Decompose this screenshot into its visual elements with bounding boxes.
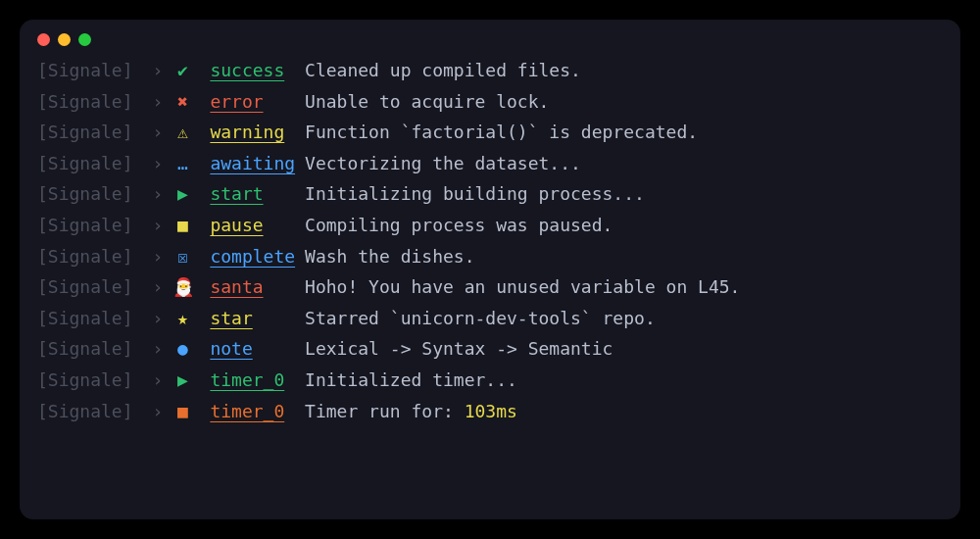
- chevron-icon: ›: [153, 183, 164, 205]
- chevron-icon: ›: [153, 60, 164, 81]
- chevron-icon: ›: [153, 338, 164, 360]
- log-message: Cleaned up compiled files.: [305, 60, 943, 81]
- log-message: Lexical -> Syntax -> Semantic: [305, 338, 943, 360]
- log-message-highlight: 103ms: [465, 401, 517, 421]
- stop-icon: ■: [172, 401, 192, 422]
- star-icon: ★: [172, 308, 192, 329]
- log-lines: [Signale]›✔successCleaned up compiled fi…: [37, 60, 943, 421]
- log-prefix: [Signale]: [37, 369, 133, 391]
- chevron-icon: ›: [153, 122, 164, 143]
- log-prefix: [Signale]: [37, 308, 133, 329]
- log-badge: timer_0: [210, 369, 295, 391]
- log-message: Function `factorial()` is deprecated.: [305, 122, 943, 143]
- log-message: Compiling process was paused.: [305, 215, 943, 236]
- log-message: Starred `unicorn-dev-tools` repo.: [305, 308, 943, 329]
- log-prefix: [Signale]: [37, 246, 133, 268]
- log-prefix: [Signale]: [37, 401, 133, 422]
- zoom-dot[interactable]: [78, 33, 91, 46]
- log-prefix: [Signale]: [37, 183, 133, 205]
- chevron-icon: ›: [153, 401, 164, 422]
- terminal-window: [Signale]›✔successCleaned up compiled fi…: [20, 20, 960, 519]
- cross-icon: ✖: [172, 91, 192, 113]
- log-prefix: [Signale]: [37, 153, 133, 174]
- log-badge: pause: [210, 215, 295, 236]
- window-controls: [37, 33, 943, 46]
- log-badge: error: [210, 91, 295, 113]
- pause-icon: ■: [172, 215, 192, 236]
- chevron-icon: ›: [153, 246, 164, 268]
- santa-icon: 🎅: [172, 276, 192, 298]
- log-badge: warning: [210, 122, 295, 143]
- log-prefix: [Signale]: [37, 215, 133, 236]
- log-prefix: [Signale]: [37, 122, 133, 143]
- close-dot[interactable]: [37, 33, 50, 46]
- log-message: Wash the dishes.: [305, 246, 943, 268]
- log-badge: success: [210, 60, 295, 81]
- log-message-text: Timer run for:: [305, 401, 465, 421]
- log-badge: note: [210, 338, 295, 360]
- log-prefix: [Signale]: [37, 60, 133, 81]
- log-prefix: [Signale]: [37, 91, 133, 113]
- dot-icon: ●: [172, 338, 192, 360]
- minimize-dot[interactable]: [58, 33, 71, 46]
- log-badge: complete: [210, 246, 295, 268]
- chevron-icon: ›: [153, 215, 164, 236]
- log-message: Hoho! You have an unused variable on L45…: [305, 276, 943, 298]
- log-badge: santa: [210, 276, 295, 298]
- chevron-icon: ›: [153, 369, 164, 391]
- log-message: Initialized timer...: [305, 369, 943, 391]
- chevron-icon: ›: [153, 91, 164, 113]
- warning-icon: ⚠: [172, 122, 192, 143]
- ellipsis-icon: …: [172, 153, 192, 174]
- log-prefix: [Signale]: [37, 276, 133, 298]
- log-message: Unable to acquire lock.: [305, 91, 943, 113]
- log-badge: star: [210, 308, 295, 329]
- log-message: Initializing building process...: [305, 183, 943, 205]
- log-message: Vectorizing the dataset...: [305, 153, 943, 174]
- checkbox-icon: ☒: [172, 246, 192, 268]
- log-badge: timer_0: [210, 401, 295, 422]
- log-badge: awaiting: [210, 153, 295, 174]
- play-icon: ▶: [172, 183, 192, 205]
- log-prefix: [Signale]: [37, 338, 133, 360]
- play-icon: ▶: [172, 369, 192, 391]
- check-icon: ✔: [172, 60, 192, 81]
- chevron-icon: ›: [153, 308, 164, 329]
- chevron-icon: ›: [153, 153, 164, 174]
- log-message: Timer run for: 103ms: [305, 401, 943, 422]
- log-badge: start: [210, 183, 295, 205]
- chevron-icon: ›: [153, 276, 164, 298]
